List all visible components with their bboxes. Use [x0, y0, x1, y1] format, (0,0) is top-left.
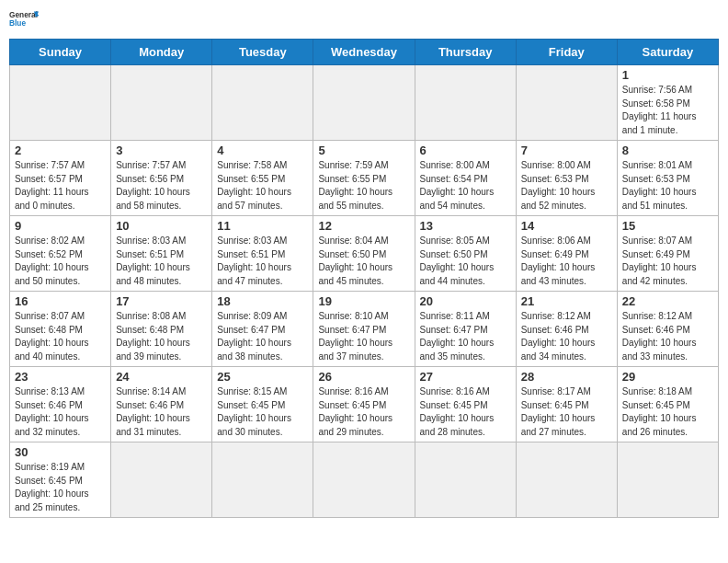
day-info: Sunrise: 8:04 AM Sunset: 6:50 PM Dayligh…	[318, 235, 409, 288]
day-cell	[415, 442, 516, 518]
day-info: Sunrise: 8:17 AM Sunset: 6:45 PM Dayligh…	[521, 385, 612, 439]
day-number: 30	[15, 445, 106, 459]
day-header-monday: Monday	[111, 40, 212, 65]
day-number: 6	[420, 144, 511, 157]
day-cell: 19Sunrise: 8:10 AM Sunset: 6:47 PM Dayli…	[313, 292, 415, 367]
logo: General Blue	[9, 7, 39, 33]
day-cell: 16Sunrise: 8:07 AM Sunset: 6:48 PM Dayli…	[10, 292, 111, 367]
day-number: 11	[217, 219, 308, 233]
day-cell: 27Sunrise: 8:16 AM Sunset: 6:45 PM Dayli…	[415, 367, 516, 442]
day-cell: 13Sunrise: 8:05 AM Sunset: 6:50 PM Dayli…	[415, 216, 516, 292]
day-cell: 17Sunrise: 8:08 AM Sunset: 6:48 PM Dayli…	[111, 292, 212, 367]
day-cell	[617, 442, 718, 518]
day-info: Sunrise: 8:14 AM Sunset: 6:46 PM Dayligh…	[116, 385, 207, 439]
day-number: 12	[318, 219, 409, 233]
day-number: 25	[217, 370, 308, 384]
day-number: 23	[15, 370, 106, 384]
day-cell: 20Sunrise: 8:11 AM Sunset: 6:47 PM Dayli…	[415, 292, 516, 367]
day-number: 4	[217, 144, 308, 157]
day-info: Sunrise: 8:05 AM Sunset: 6:50 PM Dayligh…	[420, 235, 511, 288]
day-cell: 12Sunrise: 8:04 AM Sunset: 6:50 PM Dayli…	[313, 216, 415, 292]
day-info: Sunrise: 8:09 AM Sunset: 6:47 PM Dayligh…	[217, 310, 308, 363]
day-number: 28	[521, 370, 612, 384]
day-number: 26	[318, 370, 409, 384]
day-info: Sunrise: 7:58 AM Sunset: 6:55 PM Dayligh…	[217, 159, 308, 213]
day-number: 20	[420, 294, 511, 308]
day-info: Sunrise: 8:10 AM Sunset: 6:47 PM Dayligh…	[318, 310, 409, 363]
day-cell: 2Sunrise: 7:57 AM Sunset: 6:57 PM Daylig…	[10, 141, 111, 216]
day-number: 24	[116, 370, 207, 384]
week-row-6: 30Sunrise: 8:19 AM Sunset: 6:45 PM Dayli…	[10, 442, 719, 518]
day-number: 18	[217, 294, 308, 308]
day-info: Sunrise: 7:56 AM Sunset: 6:58 PM Dayligh…	[622, 84, 713, 137]
day-info: Sunrise: 8:08 AM Sunset: 6:48 PM Dayligh…	[116, 310, 207, 363]
week-row-1: 1Sunrise: 7:56 AM Sunset: 6:58 PM Daylig…	[10, 65, 719, 141]
day-cell	[111, 65, 212, 141]
day-cell: 1Sunrise: 7:56 AM Sunset: 6:58 PM Daylig…	[617, 65, 718, 141]
day-number: 9	[15, 219, 106, 233]
day-cell: 14Sunrise: 8:06 AM Sunset: 6:49 PM Dayli…	[516, 216, 617, 292]
day-info: Sunrise: 8:16 AM Sunset: 6:45 PM Dayligh…	[420, 385, 511, 439]
day-info: Sunrise: 8:12 AM Sunset: 6:46 PM Dayligh…	[521, 310, 612, 363]
day-cell: 30Sunrise: 8:19 AM Sunset: 6:45 PM Dayli…	[10, 442, 111, 518]
day-number: 3	[116, 144, 207, 157]
day-cell	[212, 442, 313, 518]
svg-text:Blue: Blue	[9, 18, 26, 28]
day-info: Sunrise: 8:00 AM Sunset: 6:53 PM Dayligh…	[521, 159, 612, 213]
day-cell: 10Sunrise: 8:03 AM Sunset: 6:51 PM Dayli…	[111, 216, 212, 292]
logo-icon: General Blue	[9, 7, 39, 33]
day-cell: 11Sunrise: 8:03 AM Sunset: 6:51 PM Dayli…	[212, 216, 313, 292]
day-info: Sunrise: 8:18 AM Sunset: 6:45 PM Dayligh…	[622, 385, 713, 439]
day-info: Sunrise: 7:59 AM Sunset: 6:55 PM Dayligh…	[318, 159, 409, 213]
day-info: Sunrise: 8:01 AM Sunset: 6:53 PM Dayligh…	[622, 159, 713, 213]
day-number: 17	[116, 294, 207, 308]
day-header-tuesday: Tuesday	[212, 40, 313, 65]
day-number: 5	[318, 144, 409, 157]
day-header-thursday: Thursday	[415, 40, 516, 65]
day-number: 8	[622, 144, 713, 157]
day-number: 1	[622, 68, 713, 82]
day-cell: 6Sunrise: 8:00 AM Sunset: 6:54 PM Daylig…	[415, 141, 516, 216]
day-cell: 15Sunrise: 8:07 AM Sunset: 6:49 PM Dayli…	[617, 216, 718, 292]
day-number: 10	[116, 219, 207, 233]
day-number: 21	[521, 294, 612, 308]
day-cell	[516, 442, 617, 518]
day-headers-row: SundayMondayTuesdayWednesdayThursdayFrid…	[10, 40, 719, 65]
week-row-5: 23Sunrise: 8:13 AM Sunset: 6:46 PM Dayli…	[10, 367, 719, 442]
day-info: Sunrise: 8:07 AM Sunset: 6:48 PM Dayligh…	[15, 310, 106, 363]
day-info: Sunrise: 8:13 AM Sunset: 6:46 PM Dayligh…	[15, 385, 106, 439]
day-cell: 24Sunrise: 8:14 AM Sunset: 6:46 PM Dayli…	[111, 367, 212, 442]
day-number: 14	[521, 219, 612, 233]
day-info: Sunrise: 8:03 AM Sunset: 6:51 PM Dayligh…	[217, 235, 308, 288]
day-cell	[415, 65, 516, 141]
day-number: 19	[318, 294, 409, 308]
day-cell: 26Sunrise: 8:16 AM Sunset: 6:45 PM Dayli…	[313, 367, 415, 442]
day-number: 29	[622, 370, 713, 384]
header-section: General Blue	[0, 0, 728, 33]
day-header-wednesday: Wednesday	[313, 40, 415, 65]
day-cell: 22Sunrise: 8:12 AM Sunset: 6:46 PM Dayli…	[617, 292, 718, 367]
day-cell: 5Sunrise: 7:59 AM Sunset: 6:55 PM Daylig…	[313, 141, 415, 216]
day-cell: 28Sunrise: 8:17 AM Sunset: 6:45 PM Dayli…	[516, 367, 617, 442]
day-info: Sunrise: 8:07 AM Sunset: 6:49 PM Dayligh…	[622, 235, 713, 288]
day-cell: 9Sunrise: 8:02 AM Sunset: 6:52 PM Daylig…	[10, 216, 111, 292]
day-header-sunday: Sunday	[10, 40, 111, 65]
day-cell	[516, 65, 617, 141]
day-header-friday: Friday	[516, 40, 617, 65]
week-row-3: 9Sunrise: 8:02 AM Sunset: 6:52 PM Daylig…	[10, 216, 719, 292]
day-cell	[111, 442, 212, 518]
day-header-saturday: Saturday	[617, 40, 718, 65]
calendar-table: SundayMondayTuesdayWednesdayThursdayFrid…	[9, 39, 719, 518]
day-number: 27	[420, 370, 511, 384]
day-info: Sunrise: 8:15 AM Sunset: 6:45 PM Dayligh…	[217, 385, 308, 439]
day-info: Sunrise: 8:03 AM Sunset: 6:51 PM Dayligh…	[116, 235, 207, 288]
day-number: 7	[521, 144, 612, 157]
day-cell: 3Sunrise: 7:57 AM Sunset: 6:56 PM Daylig…	[111, 141, 212, 216]
day-cell: 18Sunrise: 8:09 AM Sunset: 6:47 PM Dayli…	[212, 292, 313, 367]
day-info: Sunrise: 7:57 AM Sunset: 6:57 PM Dayligh…	[15, 159, 106, 213]
day-cell	[313, 442, 415, 518]
day-cell	[10, 65, 111, 141]
week-row-4: 16Sunrise: 8:07 AM Sunset: 6:48 PM Dayli…	[10, 292, 719, 367]
day-info: Sunrise: 8:06 AM Sunset: 6:49 PM Dayligh…	[521, 235, 612, 288]
day-cell: 4Sunrise: 7:58 AM Sunset: 6:55 PM Daylig…	[212, 141, 313, 216]
